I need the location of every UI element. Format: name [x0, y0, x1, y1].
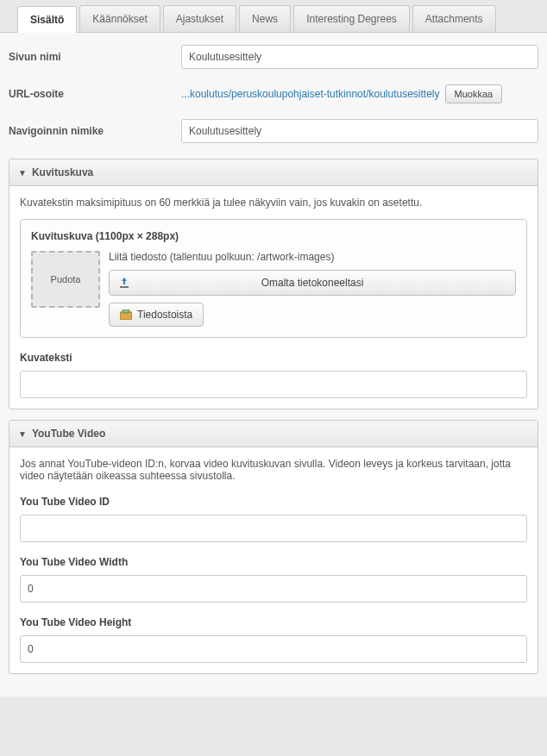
illustration-panel-title: Kuvituskuva: [32, 166, 93, 178]
youtube-panel-header[interactable]: ▼ YouTube Video: [9, 421, 538, 447]
page-name-label: Sivun nimi: [9, 51, 181, 63]
upload-icon: [118, 277, 130, 289]
youtube-height-label: You Tube Video Height: [20, 616, 527, 628]
upload-from-files-button[interactable]: Tiedostoista: [109, 303, 204, 327]
dropzone[interactable]: Pudota: [31, 251, 100, 308]
caption-input[interactable]: [20, 371, 527, 398]
youtube-width-input[interactable]: [20, 575, 527, 603]
upload-from-computer-button[interactable]: Omalta tietokoneeltasi: [109, 270, 516, 296]
illustration-panel: ▼ Kuvituskuva Kuvatekstin maksimipituus …: [9, 159, 538, 409]
youtube-id-label: You Tube Video ID: [20, 496, 527, 508]
tab-interesting-degrees[interactable]: Interesting Degrees: [293, 5, 410, 32]
upload-from-computer-label: Omalta tietokoneeltasi: [261, 277, 364, 289]
illustration-box-title: Kuvituskuva (1100px × 288px): [31, 230, 516, 242]
youtube-panel-title: YouTube Video: [32, 428, 105, 440]
tab-kaannokset[interactable]: Käännökset: [79, 5, 160, 32]
youtube-height-input[interactable]: [20, 635, 527, 663]
url-edit-button[interactable]: Muokkaa: [445, 84, 503, 103]
nav-title-label: Navigoinnin nimike: [9, 125, 181, 137]
url-label: URL-osoite: [9, 88, 181, 100]
tab-ajastukset[interactable]: Ajastukset: [163, 5, 236, 32]
files-icon: [120, 309, 132, 320]
tabs-bar: Sisältö Käännökset Ajastukset News Inter…: [0, 0, 547, 33]
page-name-input[interactable]: [181, 45, 538, 69]
youtube-width-label: You Tube Video Width: [20, 556, 527, 568]
upload-from-files-label: Tiedostoista: [137, 309, 192, 321]
illustration-panel-header[interactable]: ▼ Kuvituskuva: [9, 159, 538, 186]
tab-attachments[interactable]: Attachments: [412, 5, 496, 32]
chevron-down-icon: ▼: [18, 429, 27, 439]
nav-title-input[interactable]: [181, 119, 538, 143]
chevron-down-icon: ▼: [18, 168, 27, 178]
svg-rect-0: [120, 286, 129, 288]
youtube-help-text: Jos annat YouTube-videon ID:n, korvaa vi…: [20, 458, 527, 482]
illustration-upload-box: Kuvituskuva (1100px × 288px) Pudota Liit…: [20, 219, 527, 338]
tab-sisalto[interactable]: Sisältö: [17, 6, 77, 33]
svg-rect-2: [123, 309, 129, 313]
caption-label: Kuvateksti: [20, 352, 527, 364]
youtube-id-input[interactable]: [20, 515, 527, 542]
url-value[interactable]: ...koulutus/peruskoulupohjaiset-tutkinno…: [181, 88, 440, 100]
youtube-panel: ▼ YouTube Video Jos annat YouTube-videon…: [9, 420, 538, 674]
illustration-help-text: Kuvatekstin maksimipituus on 60 merkkiä …: [20, 197, 527, 209]
attach-path-label: Liitä tiedosto (tallentuu polkuun: /artw…: [109, 251, 516, 263]
tab-news[interactable]: News: [239, 5, 291, 32]
